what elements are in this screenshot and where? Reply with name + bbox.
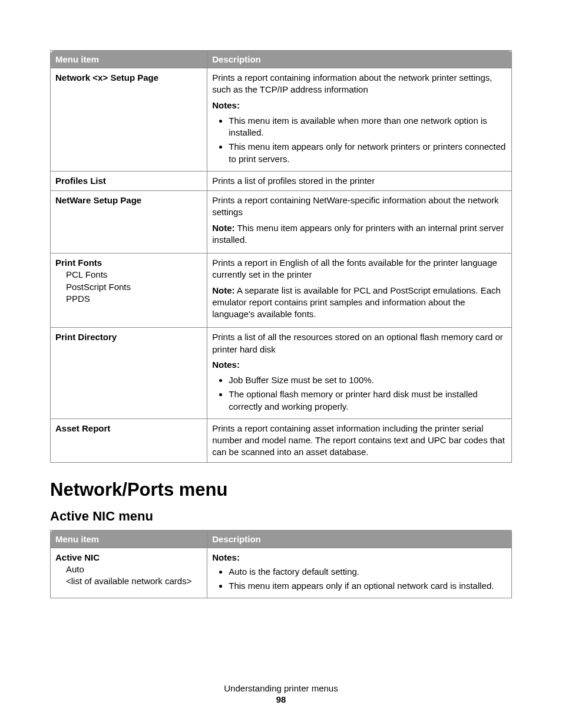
list-item: This menu item is available when more th…: [229, 115, 507, 139]
reports-table: Menu item Description Network <x> Setup …: [50, 50, 512, 463]
cell-description: Prints a report containing asset informa…: [207, 419, 512, 462]
table-row: Network <x> Setup Page Prints a report c…: [51, 68, 512, 172]
cell-menu-item: Print Fonts PCL Fonts PostScript Fonts P…: [51, 253, 207, 328]
cell-menu-item: Active NIC Auto <list of available netwo…: [51, 548, 207, 598]
cell-description: Prints a report containing information a…: [207, 68, 512, 172]
item-sub: PCL Fonts: [55, 269, 202, 281]
note-label: Note:: [212, 285, 234, 295]
description-text: Prints a list of profiles stored in the …: [212, 176, 375, 186]
item-sub: Auto: [55, 564, 202, 575]
table-header-row: Menu item Description: [51, 51, 512, 68]
notes-label: Notes:: [212, 359, 507, 371]
item-name: Active NIC: [55, 552, 100, 562]
col-header-description: Description: [207, 530, 512, 548]
cell-description: Prints a report containing NetWare-speci…: [207, 191, 512, 253]
footer-title: Understanding printer menus: [0, 683, 562, 693]
table-row: Asset Report Prints a report containing …: [51, 419, 512, 462]
table-row: NetWare Setup Page Prints a report conta…: [51, 191, 512, 253]
note-label: Note:: [212, 223, 234, 233]
item-name: Asset Report: [55, 423, 110, 433]
description-text: Prints a report containing asset informa…: [212, 423, 505, 457]
list-item: Job Buffer Size must be set to 100%.: [229, 374, 507, 386]
note-text: A separate list is available for PCL and…: [212, 285, 501, 319]
description-text: Prints a report containing NetWare-speci…: [212, 195, 507, 219]
note-line: Note: This menu item appears only for pr…: [212, 222, 507, 246]
note-line: Note: A separate list is available for P…: [212, 285, 507, 321]
col-header-menu-item: Menu item: [51, 51, 207, 68]
page-footer: Understanding printer menus 98: [0, 683, 562, 704]
cell-menu-item: NetWare Setup Page: [51, 191, 207, 253]
col-header-menu-item: Menu item: [51, 530, 207, 548]
item-name: Print Fonts: [55, 258, 102, 268]
list-item: Auto is the factory default setting.: [229, 566, 507, 578]
table-row: Print Fonts PCL Fonts PostScript Fonts P…: [51, 253, 512, 328]
notes-list: This menu item is available when more th…: [212, 115, 507, 165]
note-text: This menu item appears only for printers…: [212, 223, 504, 245]
list-item: This menu item appears only for network …: [229, 141, 507, 165]
cell-description: Prints a list of profiles stored in the …: [207, 171, 512, 190]
item-sub: PostScript Fonts: [55, 281, 202, 293]
cell-description: Notes: Auto is the factory default setti…: [207, 548, 512, 598]
cell-description: Prints a report in English of all the fo…: [207, 253, 512, 328]
table-row: Active NIC Auto <list of available netwo…: [51, 548, 512, 598]
notes-list: Job Buffer Size must be set to 100%. The…: [212, 374, 507, 413]
subsection-heading: Active NIC menu: [50, 509, 512, 524]
item-name: NetWare Setup Page: [55, 195, 141, 205]
description-text: Prints a report in English of all the fo…: [212, 257, 507, 281]
table-row: Profiles List Prints a list of profiles …: [51, 171, 512, 190]
table-header-row: Menu item Description: [51, 530, 512, 548]
page: Menu item Description Network <x> Setup …: [0, 0, 562, 728]
item-name: Profiles List: [55, 176, 106, 186]
notes-list: Auto is the factory default setting. Thi…: [212, 566, 507, 592]
description-text: Prints a report containing information a…: [212, 72, 507, 96]
cell-menu-item: Network <x> Setup Page: [51, 68, 207, 172]
page-number: 98: [0, 694, 562, 704]
table-row: Print Directory Prints a list of all the…: [51, 328, 512, 419]
notes-label: Notes:: [212, 100, 507, 111]
item-sub: PPDS: [55, 293, 202, 305]
cell-description: Prints a list of all the resources store…: [207, 328, 512, 419]
item-name: Network <x> Setup Page: [55, 73, 158, 83]
col-header-description: Description: [207, 51, 512, 68]
description-text: Prints a list of all the resources store…: [212, 331, 507, 355]
notes-label: Notes:: [212, 552, 507, 564]
section-heading: Network/Ports menu: [50, 479, 512, 500]
cell-menu-item: Profiles List: [51, 171, 207, 190]
item-name: Print Directory: [55, 332, 117, 342]
cell-menu-item: Print Directory: [51, 328, 207, 419]
list-item: This menu item appears only if an option…: [229, 580, 507, 592]
item-sub: <list of available network cards>: [55, 575, 202, 587]
cell-menu-item: Asset Report: [51, 419, 207, 462]
active-nic-table: Menu item Description Active NIC Auto <l…: [50, 530, 512, 599]
list-item: The optional flash memory or printer har…: [229, 388, 507, 413]
